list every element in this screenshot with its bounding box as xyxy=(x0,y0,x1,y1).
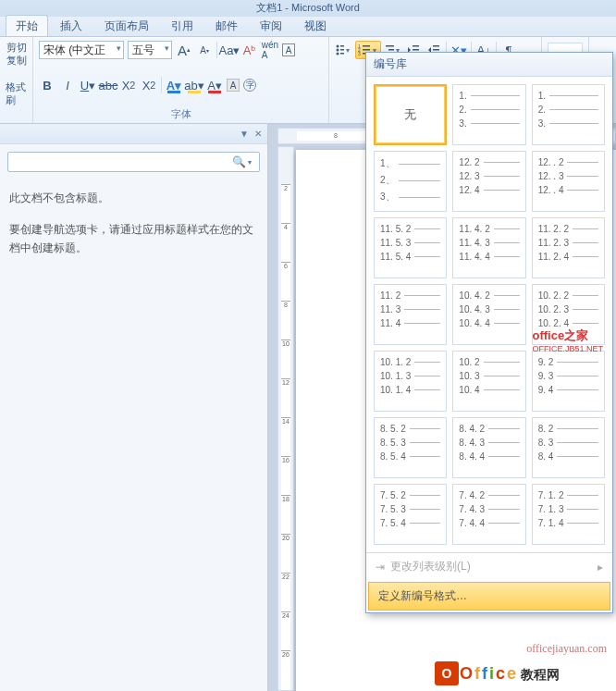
bold-button[interactable]: B xyxy=(39,77,55,93)
nav-header: ▼ ✕ xyxy=(0,124,267,144)
font-size-combo[interactable]: 五号 xyxy=(128,41,172,59)
font-group-label: 字体 xyxy=(39,105,323,121)
svg-rect-7 xyxy=(363,45,370,47)
svg-rect-16 xyxy=(413,49,419,51)
numbering-option[interactable]: 11. 2. 211. 2. 311. 2. 4 xyxy=(532,217,605,278)
search-options-icon[interactable]: ▾ xyxy=(246,158,253,167)
search-icon: 🔍 xyxy=(232,155,246,168)
gallery-title: 编号库 xyxy=(366,53,612,77)
overlay-logo: O Office 教程网 xyxy=(435,661,561,685)
change-case-button[interactable]: Aa▾ xyxy=(221,42,238,58)
numbering-option[interactable]: 10. 210. 310. 4 xyxy=(452,351,525,412)
indent-icon: ⇥ xyxy=(376,561,385,574)
underline-button[interactable]: U▾ xyxy=(80,77,96,93)
nav-message: 此文档不包含标题。 要创建导航选项卡，请通过应用标题样式在您的文档中创建标题。 xyxy=(0,179,267,266)
superscript-button[interactable]: X2 xyxy=(141,77,157,93)
numbering-option[interactable]: 8. 28. 38. 4 xyxy=(532,417,605,478)
numbering-option[interactable]: 7. 4. 27. 4. 37. 4. 4 xyxy=(452,484,525,545)
text-effect-button[interactable]: A▾ xyxy=(166,77,182,93)
tab-home[interactable]: 开始 xyxy=(6,15,48,36)
svg-text:3: 3 xyxy=(358,51,361,56)
navigation-pane: ▼ ✕ 🔍▾ 此文档不包含标题。 要创建导航选项卡，请通过应用标题样式在您的文档… xyxy=(0,124,268,691)
grow-font-button[interactable]: A▴ xyxy=(176,42,192,58)
office-logo-icon: O xyxy=(435,661,459,685)
svg-point-0 xyxy=(337,45,339,48)
numbering-option[interactable]: 8. 5. 28. 5. 38. 5. 4 xyxy=(374,417,447,478)
vertical-ruler[interactable]: 2468101214161820222426 xyxy=(277,146,294,691)
char-shading-button[interactable]: A xyxy=(227,79,240,92)
numbering-option[interactable]: 11. 4. 211. 4. 311. 4. 4 xyxy=(452,217,525,278)
watermark-office: office之家OFFICE.JB51.NET xyxy=(532,329,603,355)
svg-point-4 xyxy=(337,53,339,56)
numbering-option[interactable]: 7. 1. 27. 1. 37. 1. 4 xyxy=(532,484,605,545)
tab-review[interactable]: 审阅 xyxy=(250,15,292,36)
numbering-option[interactable]: 1、2、3、 xyxy=(374,151,447,212)
shrink-font-button[interactable]: A▾ xyxy=(196,42,213,58)
gallery-grid: 无1.2.3.1.2.3.1、2、3、12. 212. 312. 412. . … xyxy=(366,77,612,552)
svg-rect-18 xyxy=(433,45,439,47)
numbering-option[interactable]: 1.2.3. xyxy=(452,84,525,145)
numbering-option[interactable]: 11. 211. 311. 4 xyxy=(374,284,447,345)
watermark-url: officejiayuan.com xyxy=(526,642,607,656)
bullet-list-button[interactable]: ▾ xyxy=(335,42,351,58)
font-name-combo[interactable]: 宋体 (中文正 xyxy=(39,41,124,59)
char-border-button[interactable]: A xyxy=(282,43,295,56)
numbering-option[interactable]: 12. 212. 312. 4 xyxy=(452,151,525,212)
svg-rect-9 xyxy=(363,49,370,51)
tab-mail[interactable]: 邮件 xyxy=(205,15,248,36)
cut-label[interactable]: 剪切 xyxy=(6,41,27,54)
gallery-footer: ⇥ 更改列表级别(L) ▸ 定义新编号格式… xyxy=(366,552,612,611)
numbering-option[interactable]: 12. . 212. . 312. . 4 xyxy=(532,151,605,212)
numbering-option[interactable]: 8. 4. 28. 4. 38. 4. 4 xyxy=(452,417,525,478)
numbering-option[interactable]: 10. 1. 210. 1. 310. 1. 4 xyxy=(374,351,447,412)
numbering-option[interactable]: 9. 29. 39. 4 xyxy=(532,351,605,412)
enclose-char-button[interactable]: 字 xyxy=(243,79,256,92)
numbering-option[interactable]: 无 xyxy=(374,84,447,145)
tab-layout[interactable]: 页面布局 xyxy=(94,15,159,36)
dropdown-icon[interactable]: ▼ xyxy=(240,129,249,139)
svg-rect-12 xyxy=(386,45,394,47)
numbering-option[interactable]: 7. 5. 27. 5. 37. 5. 4 xyxy=(374,484,447,545)
strike-button[interactable]: abc xyxy=(100,77,117,93)
clear-format-button[interactable]: Aᵇ xyxy=(241,42,258,58)
define-new-format[interactable]: 定义新编号格式… xyxy=(368,582,610,611)
group-clipboard: 剪切 复制 格式刷 xyxy=(0,37,33,123)
svg-rect-19 xyxy=(433,49,439,51)
nav-search-input[interactable]: 🔍▾ xyxy=(7,152,260,172)
tab-view[interactable]: 视图 xyxy=(294,15,337,36)
ribbon-tabs: 开始 插入 页面布局 引用 邮件 审阅 视图 xyxy=(0,17,616,37)
font-color-button[interactable]: A▾ xyxy=(206,77,223,93)
svg-point-2 xyxy=(337,49,339,52)
svg-rect-15 xyxy=(413,45,419,47)
tab-references[interactable]: 引用 xyxy=(161,15,203,36)
numbering-option[interactable]: 11. 5. 211. 5. 311. 5. 4 xyxy=(374,217,447,278)
close-icon[interactable]: ✕ xyxy=(254,129,262,139)
numbering-option[interactable]: 10. 4. 210. 4. 310. 4. 4 xyxy=(452,284,525,345)
change-list-level: ⇥ 更改列表级别(L) ▸ xyxy=(366,553,612,580)
format-painter[interactable]: 格式刷 xyxy=(6,80,27,106)
phonetic-button[interactable]: wénA xyxy=(262,42,278,58)
group-font: 宋体 (中文正 五号 A▴ A▾ Aa▾ Aᵇ wénA A B I U▾ ab… xyxy=(33,37,329,123)
subscript-button[interactable]: X2 xyxy=(120,77,137,93)
highlight-button[interactable]: ab▾ xyxy=(186,77,203,93)
italic-button[interactable]: I xyxy=(59,77,76,93)
numbering-option[interactable]: 1.2.3. xyxy=(532,84,605,145)
tab-insert[interactable]: 插入 xyxy=(50,15,92,36)
copy-label[interactable]: 复制 xyxy=(6,54,27,67)
